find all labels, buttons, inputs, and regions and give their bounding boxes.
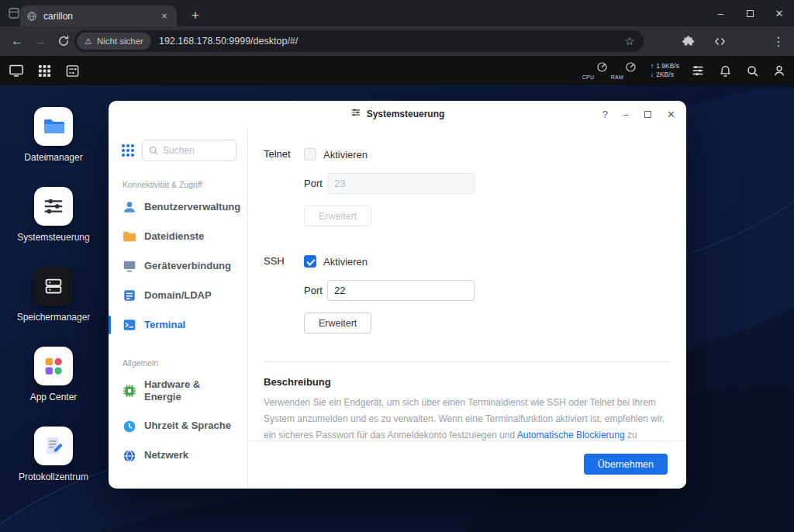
warning-icon: ⚠ (85, 36, 92, 47)
extensions-icon[interactable] (679, 32, 698, 50)
sidebar-item-label: Benutzerverwaltung (144, 201, 240, 213)
window-footer: Übernehmen (248, 440, 686, 489)
window-titlebar[interactable]: Systemsteuerung ? – ✕ (109, 101, 686, 127)
terminal-settings-panel: Telnet Aktivieren Port Erweite (248, 127, 686, 489)
cpu-gauge[interactable]: CPU (593, 61, 612, 80)
bookmark-star-icon[interactable]: ☆ (622, 35, 637, 47)
browser-toolbar: ← → ⚠ Nicht sicher 192.168.178.50:9999/d… (0, 26, 794, 56)
browser-tab[interactable]: carillon × (20, 5, 177, 26)
telnet-enable-label: Aktivieren (323, 149, 368, 161)
desktop-icon-protokollzentrum[interactable]: Protokollzentrum (15, 427, 92, 482)
url-text[interactable]: 192.168.178.50:9999/desktop/#/ (159, 36, 622, 47)
ssh-port-input[interactable] (327, 280, 475, 301)
content-divider (264, 361, 671, 362)
desktop-icon-dateimanager[interactable]: Dateimanager (15, 107, 92, 163)
ssh-advanced-button[interactable]: Erweitert (304, 313, 371, 333)
desktop-icon-label: Dateimanager (24, 152, 82, 163)
control-panel-icon (34, 187, 73, 226)
desktop-icon-label: Speichermanager (17, 312, 91, 323)
widgets-icon[interactable] (64, 62, 81, 79)
browser-maximize-button[interactable] (735, 0, 765, 26)
tab-title: carillon (43, 11, 152, 22)
automatic-blocking-link[interactable]: Automatische Blockierung (517, 430, 625, 440)
storage-manager-icon (34, 267, 73, 306)
browser-tab-strip: carillon × + – ✕ (0, 0, 794, 26)
browser-minimize-button[interactable]: – (706, 0, 735, 26)
ssh-enable-checkbox[interactable] (304, 255, 316, 268)
main-menu-icon[interactable] (36, 62, 53, 79)
desktop: Dateimanager Systemsteuerung Speicherman… (0, 85, 794, 532)
desktop-icon-speichermanager[interactable]: Speichermanager (15, 267, 92, 323)
ssh-port-label: Port (304, 285, 327, 296)
desktop-icon-label: Protokollzentrum (19, 472, 88, 482)
all-categories-grid-icon[interactable] (121, 143, 135, 157)
sidebar-item-hardware-energie[interactable]: Hardware & Energie (109, 371, 247, 412)
ram-gauge[interactable]: RAM (622, 61, 640, 80)
tab-close-icon[interactable]: × (158, 10, 171, 22)
app-center-icon (34, 347, 73, 385)
sidebar-item-label: Hardware & Energie (144, 378, 219, 404)
browser-close-button[interactable]: ✕ (765, 0, 794, 26)
sidebar-item-label: Netzwerk (144, 449, 188, 461)
section-label-konnektivitaet: Konnektivität & Zugriff (123, 180, 247, 189)
security-label: Nicht sicher (97, 36, 143, 46)
desktop-icon-systemsteuerung[interactable]: Systemsteuerung (15, 187, 92, 243)
security-chip[interactable]: ⚠ Nicht sicher (77, 33, 151, 50)
download-speed: 2KB/s (656, 71, 674, 78)
sidebar-item-domain-ldap[interactable]: Domain/LDAP (109, 281, 247, 310)
domain-icon (123, 288, 136, 302)
control-panel-window: Systemsteuerung ? – ✕ (109, 101, 686, 489)
desktop-icon-label: App Center (30, 392, 78, 402)
folder-icon (123, 230, 136, 244)
refresh-button[interactable] (54, 32, 73, 50)
browser-window-controls: – ✕ (706, 0, 794, 26)
sidebar-item-dateidienste[interactable]: Dateidienste (109, 222, 247, 251)
apply-button[interactable]: Übernehmen (584, 454, 668, 475)
new-tab-button[interactable]: + (186, 6, 205, 25)
notifications-bell-icon[interactable] (716, 62, 734, 79)
telnet-enable-checkbox[interactable] (304, 148, 316, 161)
desktop-icon-label: Systemsteuerung (17, 232, 89, 243)
forward-button[interactable]: → (31, 32, 50, 50)
devtools-icon[interactable] (710, 32, 729, 50)
network-icon (123, 449, 136, 463)
dsm-taskbar: CPU RAM ↑1.9KB/s ↓2KB/s (0, 56, 794, 85)
back-button[interactable]: ← (8, 32, 26, 50)
maximize-button[interactable] (644, 109, 651, 120)
sidebar-item-label: Domain/LDAP (144, 289, 212, 302)
browser-logo-icon[interactable] (8, 7, 20, 19)
telnet-port-label: Port (304, 178, 327, 189)
ssh-label: SSH (264, 254, 304, 333)
screen: carillon × + – ✕ ← → ⚠ Nicht sicher 192.… (0, 0, 794, 532)
sidebar-item-terminal[interactable]: Terminal (109, 310, 247, 340)
telnet-label: Telnet (264, 147, 304, 226)
sidebar-item-uhrzeit-sprache[interactable]: Uhrzeit & Sprache (109, 412, 247, 441)
upload-arrow-icon: ↑ (651, 63, 654, 70)
browser-menu-icon[interactable]: ⋮ (769, 32, 788, 50)
network-traffic[interactable]: ↑1.9KB/s ↓2KB/s (651, 63, 679, 78)
device-icon (123, 259, 136, 273)
sidebar-item-benutzerverwaltung[interactable]: Benutzerverwaltung (109, 192, 247, 222)
window-title-icon (350, 107, 361, 121)
resource-monitor-icon[interactable] (689, 62, 706, 79)
help-button[interactable]: ? (602, 109, 608, 120)
minimize-button[interactable]: – (623, 109, 629, 120)
sidebar-search (142, 140, 236, 161)
show-desktop-icon[interactable] (8, 62, 25, 79)
telnet-port-input[interactable] (327, 173, 475, 194)
tab-favicon-icon (26, 11, 37, 22)
address-bar[interactable]: ⚠ Nicht sicher 192.168.178.50:9999/deskt… (74, 30, 644, 52)
desktop-icon-app-center[interactable]: App Center (15, 347, 92, 402)
sidebar-item-label: Uhrzeit & Sprache (144, 420, 231, 432)
sidebar-item-netzwerk[interactable]: Netzwerk (109, 441, 247, 471)
file-manager-icon (34, 107, 73, 146)
control-panel-sidebar: Konnektivität & Zugriff Benutzerverwaltu… (109, 127, 248, 489)
user-icon (123, 200, 136, 214)
telnet-advanced-button[interactable]: Erweitert (304, 206, 371, 226)
clock-icon (123, 420, 136, 434)
user-account-icon[interactable] (771, 62, 788, 79)
sidebar-item-geraeteverbindung[interactable]: Geräteverbindung (109, 251, 247, 281)
search-icon[interactable] (744, 62, 761, 79)
close-button[interactable]: ✕ (667, 109, 675, 120)
ssh-group: SSH Aktivieren Port Erweitert (264, 254, 671, 333)
